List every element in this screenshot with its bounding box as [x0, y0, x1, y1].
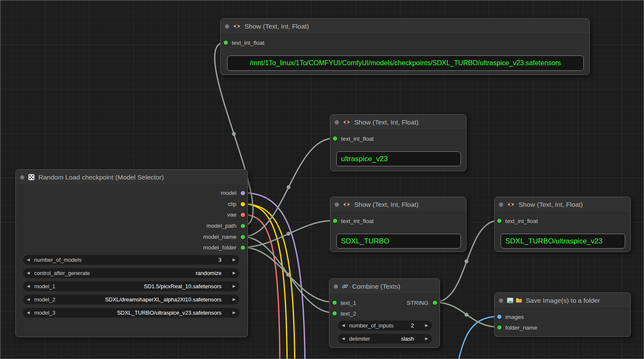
- increment-arrow-icon[interactable]: ▶: [233, 271, 236, 275]
- decrement-arrow-icon[interactable]: ◀: [342, 337, 345, 341]
- output-slot-label: model_path: [206, 223, 236, 229]
- widget-value: randomize: [195, 270, 221, 276]
- decrement-arrow-icon[interactable]: ◀: [27, 284, 30, 288]
- node-title: Random Load checkpoint (Model Selector): [38, 174, 164, 181]
- node-title: Combine (Texts): [352, 283, 400, 290]
- link-midpoint-dot: [287, 232, 291, 236]
- input-slot-label: text_int_float: [341, 136, 374, 142]
- link-images: [453, 316, 499, 359]
- link-midpoint-dot: [286, 273, 290, 277]
- widget-label: delimiter: [349, 336, 370, 342]
- collapse-dot[interactable]: [20, 175, 24, 180]
- output-slot-model-folder[interactable]: [241, 246, 245, 250]
- widget-model-1[interactable]: ◀ model_1 SD1.5/picxReal_10.safetensors …: [23, 281, 239, 291]
- node-random-load-checkpoint[interactable]: Random Load checkpoint (Model Selector) …: [15, 169, 248, 337]
- dice-icon: [28, 174, 35, 180]
- collapse-dot[interactable]: [499, 203, 503, 207]
- text-display[interactable]: /mnt/1To_linux/1To/COMFYUI/ComfyUI/model…: [227, 55, 584, 71]
- widget-model-2[interactable]: ◀ model_2 SDXL/dreamshaperXL_alpha2Xl10.…: [23, 295, 239, 304]
- node-save-images-to-folder[interactable]: Save Image(s) to a folder images folder_…: [494, 292, 631, 337]
- node-title: Show (Text, Int, Float): [354, 201, 419, 208]
- decrement-arrow-icon[interactable]: ◀: [27, 258, 30, 262]
- output-slot-label: model: [221, 190, 236, 196]
- decrement-arrow-icon[interactable]: ◀: [27, 311, 30, 315]
- collapse-dot[interactable]: [335, 203, 339, 207]
- output-slot-string[interactable]: [433, 301, 437, 305]
- input-slot-text_int_float[interactable]: [224, 41, 228, 45]
- widget-value: SDXL/dreamshaperXL_alpha2Xl10.safetensor…: [105, 296, 221, 303]
- decrement-arrow-icon[interactable]: ◀: [27, 271, 30, 275]
- collapse-dot[interactable]: [334, 284, 338, 289]
- widget-control-after-generate[interactable]: ◀ control_after_generate randomize ▶: [23, 268, 239, 278]
- output-slot-label: model_name: [203, 234, 236, 240]
- input-slot-text_int_float[interactable]: [333, 219, 337, 223]
- widget-model-3[interactable]: ◀ model_3 SDXL_TURBO/ultraspice_v23.safe…: [23, 308, 239, 318]
- increment-arrow-icon[interactable]: ▶: [233, 258, 236, 262]
- node-title-bar[interactable]: Show (Text, Int, Float): [495, 197, 630, 212]
- output-slot-model-name[interactable]: [241, 235, 245, 239]
- output-slot-vae[interactable]: [241, 213, 245, 217]
- eye-icon: [343, 119, 350, 125]
- eye-icon: [343, 202, 350, 207]
- comfyui-canvas[interactable]: Show (Text, Int, Float) text_int_float /…: [0, 0, 644, 359]
- widget-label: number_of_inputs: [349, 322, 393, 329]
- widget-label: number_of_models: [34, 257, 82, 263]
- widget-number-of-models[interactable]: ◀ number_of_models 3 ▶: [23, 255, 239, 265]
- input-slot-label: text_int_float: [232, 40, 265, 46]
- collapse-dot[interactable]: [225, 24, 229, 29]
- folder-icon: [516, 298, 522, 303]
- widget-value: 2: [411, 322, 414, 329]
- input-slot-text-2[interactable]: [332, 311, 337, 316]
- node-title-bar[interactable]: Random Load checkpoint (Model Selector): [16, 170, 248, 185]
- increment-arrow-icon[interactable]: ▶: [233, 284, 236, 288]
- eye-icon: [507, 202, 515, 207]
- node-show-model-folder[interactable]: Show (Text, Int, Float) text_int_float S…: [330, 197, 466, 252]
- input-slot-text_int_float[interactable]: [497, 219, 501, 223]
- decrement-arrow-icon[interactable]: ◀: [27, 298, 30, 301]
- text-display[interactable]: ultraspice_v23: [336, 151, 461, 166]
- text-display[interactable]: SDXL_TURBO: [336, 234, 461, 249]
- input-slot-text_int_float[interactable]: [333, 136, 337, 141]
- output-slot-clip[interactable]: [241, 202, 245, 206]
- node-title: Show (Text, Int, Float): [519, 201, 583, 208]
- node-title-bar[interactable]: Save Image(s) to a folder: [495, 293, 630, 308]
- collapse-dot[interactable]: [335, 120, 339, 124]
- text-display[interactable]: SDXL_TURBO/ultraspice_v23: [501, 234, 625, 249]
- node-title-bar[interactable]: Show (Text, Int, Float): [221, 19, 589, 34]
- input-slot-label: text_int_float: [505, 218, 538, 224]
- output-slot-label: vae: [227, 211, 236, 218]
- node-combine-texts[interactable]: Combine (Texts) text_1 text_2 STRING ◀ n…: [329, 278, 440, 348]
- output-slot-model[interactable]: [241, 191, 245, 195]
- increment-arrow-icon[interactable]: ▶: [233, 311, 236, 315]
- eye-icon: [233, 23, 241, 29]
- image-icon: [507, 297, 513, 304]
- widget-number-of-inputs[interactable]: ◀ number_of_inputs 2 ▶: [338, 321, 432, 330]
- input-slot-text-1[interactable]: [332, 301, 337, 305]
- widget-label: model_1: [34, 283, 55, 290]
- link-icon: [342, 283, 348, 290]
- node-title-bar[interactable]: Show (Text, Int, Float): [330, 115, 466, 130]
- increment-arrow-icon[interactable]: ▶: [233, 298, 236, 301]
- decrement-arrow-icon[interactable]: ◀: [342, 324, 345, 327]
- node-title: Save Image(s) to a folder: [526, 297, 600, 304]
- node-show-model-name[interactable]: Show (Text, Int, Float) text_int_float u…: [330, 114, 466, 171]
- input-slot-folder-name[interactable]: [497, 325, 501, 330]
- input-slot-label: text_1: [341, 300, 356, 306]
- output-slot-label: STRING: [407, 300, 428, 306]
- input-slot-label: text_2: [341, 310, 356, 317]
- widget-label: model_3: [34, 310, 55, 316]
- node-title-bar[interactable]: Combine (Texts): [329, 279, 440, 294]
- collapse-dot[interactable]: [499, 298, 503, 303]
- widget-delimiter[interactable]: ◀ delimiter slash ▶: [338, 334, 432, 344]
- widget-value: slash: [401, 336, 414, 342]
- increment-arrow-icon[interactable]: ▶: [425, 337, 428, 341]
- node-title-bar[interactable]: Show (Text, Int, Float): [330, 197, 466, 212]
- increment-arrow-icon[interactable]: ▶: [425, 324, 428, 327]
- node-title: Show (Text, Int, Float): [245, 23, 309, 30]
- node-show-combined[interactable]: Show (Text, Int, Float) text_int_float S…: [494, 197, 631, 252]
- widget-value: 3: [219, 257, 221, 263]
- link-midpoint-dot: [232, 132, 236, 136]
- input-slot-images[interactable]: [497, 315, 501, 319]
- output-slot-model-path[interactable]: [241, 224, 245, 228]
- node-show-model-path[interactable]: Show (Text, Int, Float) text_int_float /…: [220, 18, 590, 75]
